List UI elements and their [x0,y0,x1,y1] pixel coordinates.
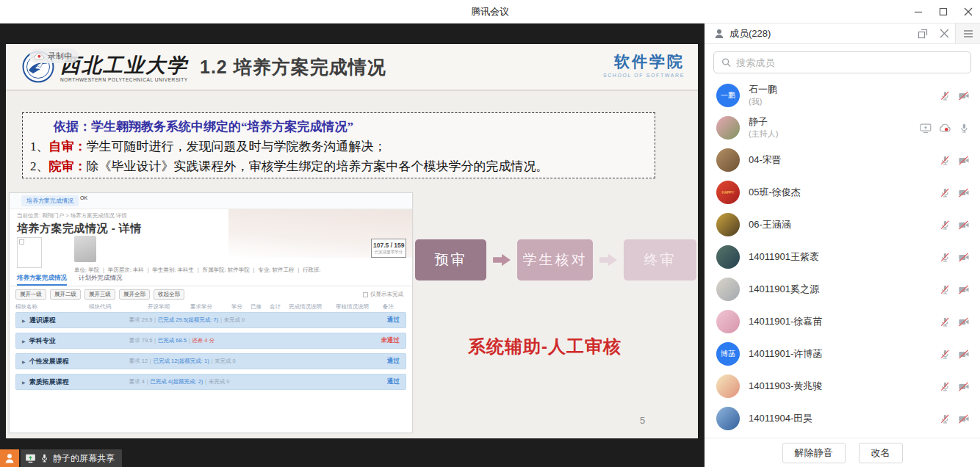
mic-muted-icon[interactable] [940,413,951,424]
browser-tab[interactable]: 培养方案完成情况 [21,195,79,206]
module-detail: 要求 4｜已完成 4(超额完成: 2)｜未完成 0 [129,378,353,385]
close-icon[interactable] [964,7,973,16]
expand-button[interactable]: 展开三级 [84,289,115,300]
search-input[interactable] [736,57,963,68]
module-row[interactable]: ▶通识课程要求 29.5｜已完成 29.5(超额完成: 7)｜未完成 0通过 [15,312,406,328]
module-detail: 要求 29.5｜已完成 29.5(超额完成: 7)｜未完成 0 [129,316,353,324]
member-row[interactable]: 14011901王紫袤 [705,241,980,273]
status-link[interactable]: 通过 [353,316,400,325]
flow-highlight-text: 系统辅助-人工审核 [468,335,621,358]
cloud-record-icon [34,52,45,60]
cam-muted-icon[interactable] [958,220,970,231]
screen-share-icon[interactable] [920,123,932,134]
mic-muted-icon[interactable] [940,187,951,198]
cam-muted-icon[interactable] [958,316,970,327]
mic-on-icon[interactable] [959,123,970,134]
expand-button[interactable]: 收起全部 [154,289,184,300]
module-name: 通识课程 [29,316,129,325]
panel-footer: 解除静音 改名 [705,438,980,467]
column-header: 完成情况说明 [289,303,336,311]
member-row[interactable]: 14011901奚之源 [705,273,980,305]
checkbox-icon[interactable] [363,292,368,297]
member-row[interactable]: 一鹏石一鹏(我) [705,79,980,112]
mic-muted-icon[interactable] [940,316,951,327]
ms-tab[interactable]: 培养方案完成情况 [17,274,67,286]
browser-tab-strip: 培养方案完成情况 OK [10,193,412,209]
expand-button[interactable]: 展开二级 [50,289,81,300]
member-avatar [716,116,740,140]
expand-caret-icon[interactable]: ▶ [22,359,26,364]
breadcrumb: 当前位置: 翱翔门户 > 培养方案完成情况 详情 [10,209,412,220]
member-avatar [716,278,740,301]
status-link[interactable]: 通过 [353,377,400,386]
school-name-en: SCHOOL OF SOFTWARE [603,73,685,78]
member-row[interactable]: 14011904-田昊 [705,402,980,435]
mic-muted-icon[interactable] [940,90,951,101]
mic-muted-icon[interactable] [940,284,951,295]
expand-button[interactable]: 展开一级 [15,289,46,300]
member-row[interactable]: 静子(主持人) [705,112,980,144]
member-search[interactable] [713,51,971,73]
member-row[interactable]: 博菡14011901-许博菡 [705,338,980,370]
module-row[interactable]: ▶学科专业要求 79.5｜已完成 68.5｜还差 4 分未通过 [15,333,406,349]
cam-muted-icon[interactable] [958,381,970,392]
screen-share-indicator[interactable]: 静子的屏幕共享 [21,449,122,467]
expand-button[interactable]: 展开全部 [119,289,150,300]
ms-tab[interactable]: 计划外完成情况 [79,274,123,286]
status-link[interactable]: 通过 [353,357,400,366]
module-name: 个性发展课程 [29,357,129,366]
member-name: 14011904-田昊 [749,413,940,425]
expand-caret-icon[interactable]: ▶ [22,380,26,385]
panel-menu-icon[interactable] [955,23,980,43]
cam-muted-icon[interactable] [958,155,970,166]
screen-share-icon [25,453,36,463]
cam-muted-icon[interactable] [958,252,970,263]
slide-header: 录制中 西北工业大学 NORTHWESTERN POLYTECHNICAL UN… [6,44,698,91]
cam-muted-icon[interactable] [958,90,970,101]
cam-muted-icon[interactable] [958,349,970,360]
module-row[interactable]: ▶个性发展课程要求 12｜已完成 12(超额完成: 1)｜未完成 0通过 [15,353,406,369]
minimize-icon[interactable] [914,7,923,16]
member-row[interactable]: 14011901-徐嘉苗 [705,305,980,338]
screen-share-area: 录制中 西北工业大学 NORTHWESTERN POLYTECHNICAL UN… [0,23,705,467]
presentation-slide: 录制中 西北工业大学 NORTHWESTERN POLYTECHNICAL UN… [6,44,698,438]
popout-panel-icon[interactable] [912,23,934,43]
member-name: 14011901-徐嘉苗 [749,316,940,328]
maximize-icon[interactable] [939,7,948,16]
expand-caret-icon[interactable]: ▶ [22,318,26,323]
close-panel-icon[interactable] [934,23,955,43]
member-avatar: HAPPY [716,181,740,204]
mic-muted-icon[interactable] [940,220,951,231]
mic-muted-icon[interactable] [940,252,951,263]
credits-value: 107.5 / 159 [373,242,404,249]
member-name: 静子 [749,116,920,128]
unmute-button[interactable]: 解除静音 [782,443,846,463]
window-titlebar: 腾讯会议 [0,0,980,23]
member-avatar: 一鹏 [716,84,740,107]
column-header: 学分 [231,303,251,311]
member-row[interactable]: 06-王涵涵 [705,209,980,241]
member-row[interactable]: 14011903-黄兆骏 [705,370,980,402]
cam-muted-icon[interactable] [958,284,970,295]
column-header: 备注 [383,303,400,311]
window-controls [914,0,973,23]
slide-page-number: 5 [640,415,645,426]
module-row[interactable]: ▶素质拓展课程要求 4｜已完成 4(超额完成: 2)｜未完成 0通过 [15,374,406,390]
mic-muted-icon[interactable] [940,381,951,392]
status-link[interactable]: 未通过 [353,336,400,345]
cam-muted-icon[interactable] [958,187,970,198]
mic-muted-icon[interactable] [940,349,951,360]
member-name: 14011901王紫袤 [749,251,940,264]
embedded-screenshot: 培养方案完成情况 OK 当前位置: 翱翔门户 > 培养方案完成情况 详情 培养方… [9,192,413,433]
member-row[interactable]: 04-宋晋 [705,144,980,176]
credits-badge: 107.5 / 159 已完成要求学分 [371,239,406,258]
rename-button[interactable]: 改名 [859,443,903,463]
filter-checkbox-row[interactable]: 仅显示未完成 [363,291,403,298]
cloud-record-icon[interactable] [939,123,951,134]
expand-caret-icon[interactable]: ▶ [22,339,26,344]
mic-muted-icon[interactable] [940,155,951,166]
sharer-avatar[interactable] [0,449,19,467]
member-row[interactable]: HAPPY05班-徐俊杰 [705,176,980,209]
cam-muted-icon[interactable] [958,413,970,424]
ms-columns: 模块名称模块代码开设学期要求学分学分已修合计完成情况说明审核情况说明备注 [15,303,400,311]
